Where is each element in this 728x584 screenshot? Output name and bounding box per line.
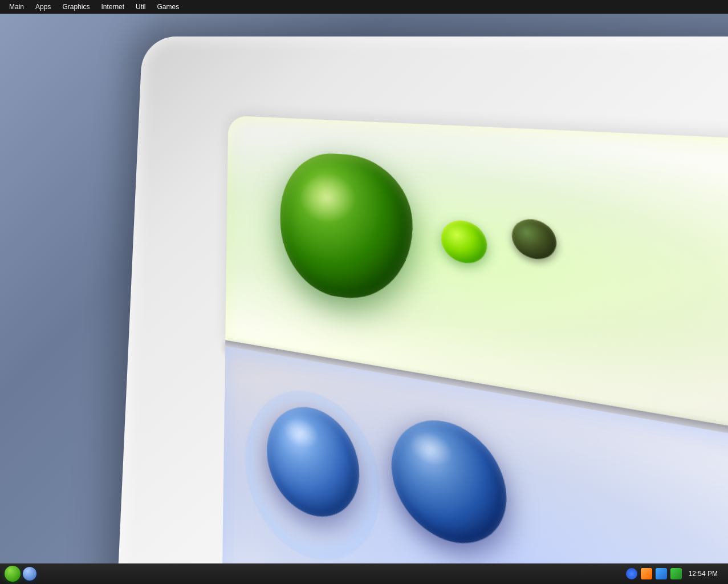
menu-item-util[interactable]: Util bbox=[131, 2, 150, 12]
menu-item-games[interactable]: Games bbox=[152, 2, 184, 12]
menu-item-main[interactable]: Main bbox=[5, 2, 29, 12]
menu-item-internet[interactable]: Internet bbox=[96, 2, 129, 12]
taskbar-green-orb[interactable] bbox=[5, 566, 21, 582]
user-tray-icon[interactable] bbox=[641, 568, 652, 579]
network-tray-icon[interactable] bbox=[626, 568, 637, 579]
device-frame bbox=[116, 36, 728, 563]
battery-tray-icon[interactable] bbox=[670, 568, 682, 579]
system-clock: 12:54 PM bbox=[685, 569, 721, 579]
taskbar-blue-orb[interactable] bbox=[23, 567, 36, 581]
taskbar-left bbox=[5, 566, 626, 582]
taskbar-right: 12:54 PM bbox=[626, 568, 723, 579]
desktop bbox=[0, 14, 728, 563]
sound-tray-icon[interactable] bbox=[656, 568, 667, 579]
taskbar: 12:54 PM bbox=[0, 563, 728, 584]
device-illustration bbox=[143, 36, 713, 550]
menu-item-graphics[interactable]: Graphics bbox=[58, 2, 94, 12]
menu-item-apps[interactable]: Apps bbox=[31, 2, 55, 12]
menu-bar: Main Apps Graphics Internet Util Games bbox=[0, 0, 728, 14]
